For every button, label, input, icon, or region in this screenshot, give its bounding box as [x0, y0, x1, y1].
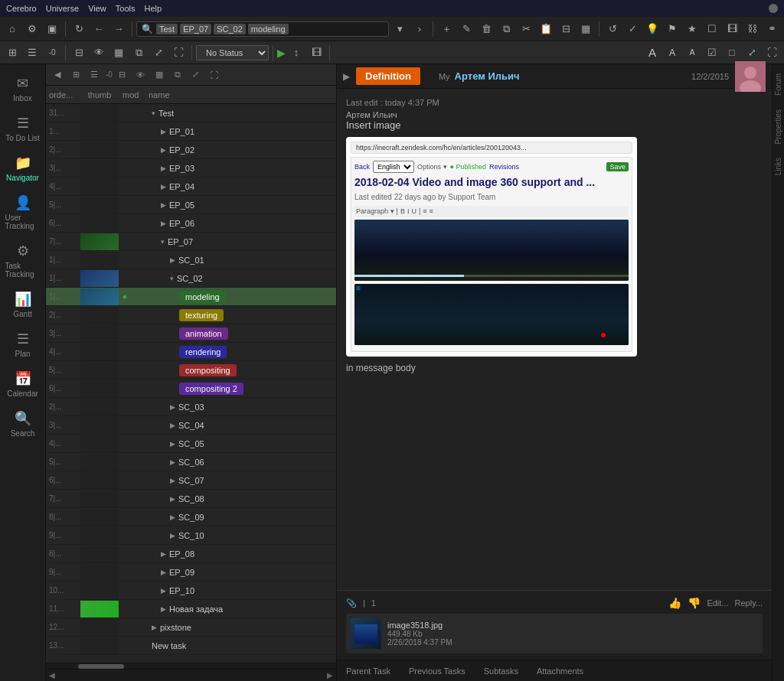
- flag-icon[interactable]: ⚑: [663, 20, 681, 38]
- tree-row[interactable]: 8|... ▶EP_08: [46, 545, 336, 563]
- tree-row[interactable]: 5|... ▶EP_05: [46, 196, 336, 214]
- row-name[interactable]: ▶SC_09: [145, 513, 336, 522]
- row-name[interactable]: animation: [145, 327, 336, 340]
- paste-icon[interactable]: 📋: [537, 20, 555, 38]
- tree-row[interactable]: 11... ▶Новая задача: [46, 600, 336, 618]
- tree-fullscreen-icon[interactable]: ⛶: [206, 67, 223, 83]
- home-icon[interactable]: ⌂: [3, 20, 21, 38]
- edit-icon[interactable]: ✎: [457, 20, 475, 38]
- checkbox-icon[interactable]: ☑: [703, 44, 721, 62]
- tab-previous-tasks[interactable]: Previous Tasks: [400, 660, 475, 681]
- square-icon[interactable]: □: [723, 44, 741, 62]
- text-large-icon[interactable]: A: [643, 44, 662, 62]
- sidebar-item-user-tracking[interactable]: 👤 User Tracking: [2, 190, 44, 235]
- tree-row[interactable]: 9|... ▶SC_10: [46, 526, 336, 545]
- tree-row[interactable]: 1|... ▶SC_01: [46, 251, 336, 269]
- ss-revisions-link[interactable]: Revisions: [489, 163, 519, 171]
- row-name[interactable]: ▶SC_06: [145, 458, 336, 467]
- row-name[interactable]: ▶EP_02: [145, 145, 336, 155]
- copy2-icon[interactable]: ⧉: [129, 44, 148, 62]
- nav-forward-icon[interactable]: ›: [410, 20, 429, 38]
- row-name[interactable]: ▶EP_08: [145, 549, 336, 559]
- film-icon[interactable]: 🎞: [723, 20, 741, 38]
- tree-row[interactable]: 4|... rendering: [46, 343, 336, 361]
- tree-row[interactable]: 4|... ▶SC_05: [46, 435, 336, 453]
- sidebar-item-task-tracking[interactable]: ⚙ Task Tracking: [2, 238, 44, 283]
- back-icon[interactable]: ←: [90, 20, 108, 38]
- tree-row[interactable]: 7|... ▾EP_07: [46, 233, 336, 251]
- sidebar-item-navigator[interactable]: 📁 Navigator: [2, 150, 44, 187]
- sidebar-item-plan[interactable]: ☰ Plan: [2, 326, 44, 363]
- cut-icon[interactable]: ✂: [517, 20, 535, 38]
- row-name[interactable]: ▶Новая задача: [145, 604, 336, 614]
- tree-eye-icon[interactable]: 👁: [132, 67, 149, 83]
- search-input[interactable]: [291, 24, 352, 34]
- sidebar-item-search[interactable]: 🔍 Search: [2, 406, 44, 442]
- def-arrow-icon[interactable]: ▶: [343, 71, 350, 82]
- tree-hscroll[interactable]: [46, 663, 336, 669]
- tree-row[interactable]: 6|... ▶EP_06: [46, 214, 336, 233]
- reply-btn[interactable]: Reply...: [735, 598, 763, 608]
- tree-row[interactable]: 5|... ▶SC_06: [46, 453, 336, 471]
- text-medium-icon[interactable]: A: [663, 44, 681, 62]
- table-icon[interactable]: ▦: [577, 20, 595, 38]
- sidebar-item-inbox[interactable]: ✉ Inbox: [2, 70, 44, 107]
- windows-icon[interactable]: ▣: [43, 20, 61, 38]
- row-name[interactable]: ▾Test: [145, 109, 336, 118]
- tree-row[interactable]: 2|... ▶SC_03: [46, 398, 336, 416]
- sidebar-item-calendar[interactable]: 📅 Calendar: [2, 366, 44, 402]
- row-name[interactable]: ▶EP_06: [145, 219, 336, 228]
- tree-filter-icon[interactable]: ⊟: [114, 67, 131, 83]
- tree-list-icon[interactable]: ⊞: [67, 67, 84, 83]
- tree-icon[interactable]: ⊞: [3, 44, 21, 62]
- row-name[interactable]: ▶EP_10: [145, 586, 336, 595]
- delete-icon[interactable]: 🗑: [477, 20, 495, 38]
- tree-row[interactable]: 2|... ▶EP_02: [46, 141, 336, 159]
- tab-attachments[interactable]: Attachments: [528, 660, 593, 681]
- row-name[interactable]: ▶EP_05: [145, 200, 336, 210]
- tree-content[interactable]: 31... ▾Test 1... ▶EP_01 2|... ▶EP_02: [46, 104, 336, 663]
- expand-icon[interactable]: ⤢: [149, 44, 168, 62]
- tree-row[interactable]: 10... ▶EP_10: [46, 582, 336, 600]
- status-dropdown[interactable]: No Status In Progress Done Review: [196, 45, 269, 60]
- menu-cerebro[interactable]: Cerebro: [6, 4, 37, 13]
- ss-back-link[interactable]: Back: [354, 163, 370, 171]
- tree-row[interactable]: 1|... ▾SC_02: [46, 269, 336, 288]
- tree-copy-icon[interactable]: ⧉: [169, 67, 186, 83]
- edit-reply-btn[interactable]: Edit...: [707, 598, 728, 608]
- tree-row[interactable]: 4|... ▶EP_04: [46, 178, 336, 196]
- row-name[interactable]: ▶EP_01: [145, 127, 336, 136]
- star-icon[interactable]: ★: [683, 20, 701, 38]
- link-icon[interactable]: ⛓: [743, 20, 761, 38]
- ss-lang-select[interactable]: English: [373, 161, 414, 173]
- tree-expand-icon[interactable]: ⤢: [188, 67, 204, 83]
- row-name[interactable]: modeling: [145, 291, 336, 303]
- right-sidebar-properties[interactable]: Properties: [773, 103, 784, 151]
- menu-tools[interactable]: Tools: [116, 4, 136, 13]
- tree-hscroll-thumb[interactable]: [78, 664, 124, 669]
- row-name[interactable]: rendering: [145, 346, 336, 358]
- collapse-sidebar-btn[interactable]: ◀: [49, 67, 66, 83]
- add-icon[interactable]: ＋: [437, 20, 456, 38]
- bulb-icon[interactable]: 💡: [643, 20, 662, 38]
- dropdown-icon[interactable]: ▾: [390, 20, 409, 38]
- menu-universe[interactable]: Universe: [46, 4, 79, 13]
- tree-row[interactable]: 6|... ▶SC_07: [46, 471, 336, 490]
- tree-icon2[interactable]: ☰: [86, 67, 103, 83]
- row-name[interactable]: compositing 2: [145, 383, 336, 395]
- tree-row[interactable]: 12... ▶pixstone: [46, 618, 336, 637]
- row-name[interactable]: ▶SC_05: [145, 439, 336, 448]
- tab-subtasks[interactable]: Subtasks: [475, 660, 528, 681]
- view-icon[interactable]: -0: [43, 44, 61, 62]
- thumbup-icon[interactable]: 👍: [668, 597, 681, 609]
- row-name[interactable]: compositing: [145, 364, 336, 376]
- refresh-icon[interactable]: ↻: [70, 20, 88, 38]
- tree-row[interactable]: 31... ▾Test: [46, 104, 336, 122]
- undo-icon[interactable]: ↺: [603, 20, 622, 38]
- tree-row[interactable]: 3|... ▶EP_03: [46, 159, 336, 178]
- message-area[interactable]: Last edit : today 4:37 PM Артем Ильич In…: [337, 89, 772, 590]
- play-icon[interactable]: ▶: [277, 47, 286, 59]
- row-name[interactable]: ▶pixstone: [145, 623, 336, 632]
- row-name[interactable]: ▶EP_04: [145, 182, 336, 191]
- row-name[interactable]: ▶EP_03: [145, 164, 336, 173]
